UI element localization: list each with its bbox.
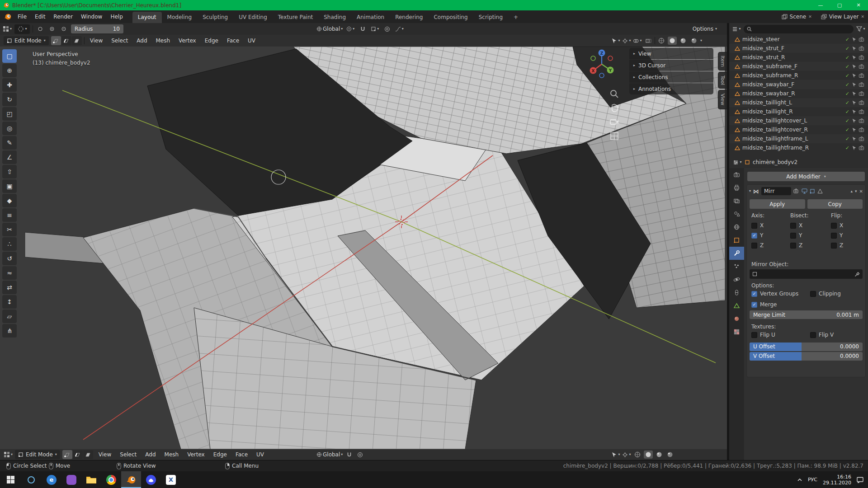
tool-select-box[interactable]: ▢: [2, 49, 17, 63]
tab-item[interactable]: Item: [718, 52, 727, 70]
outliner-row[interactable]: midsize_subframe_R✓: [729, 71, 868, 80]
apply-button[interactable]: Apply: [750, 199, 805, 209]
overlays-dropdown[interactable]: ▾: [633, 36, 642, 45]
clipping-checkbox[interactable]: Clipping: [810, 291, 841, 297]
outliner-row[interactable]: midsize_steer✓: [729, 35, 868, 44]
render-toggle-icon[interactable]: [793, 188, 799, 194]
camera-icon[interactable]: [859, 145, 864, 150]
camera-icon[interactable]: [859, 55, 864, 60]
tab-render[interactable]: [729, 168, 744, 181]
tab-view[interactable]: View: [718, 90, 727, 109]
panel-collections[interactable]: ▸Collections: [629, 71, 713, 83]
edge-select-button[interactable]: [73, 450, 83, 459]
menu-render[interactable]: Render: [49, 10, 77, 23]
object-visibility-dropdown[interactable]: ▾: [611, 36, 620, 45]
viewport-menu-mesh[interactable]: Mesh: [161, 451, 182, 458]
bisect-x-checkbox[interactable]: X: [790, 222, 802, 229]
selectable-icon[interactable]: [852, 145, 857, 150]
outliner-row[interactable]: midsize_taillight_R✓: [729, 107, 868, 116]
view-layer-unlink-icon[interactable]: ✕: [861, 14, 864, 19]
tab-object[interactable]: [729, 234, 744, 247]
selectable-icon[interactable]: [852, 46, 857, 51]
camera-icon[interactable]: [859, 46, 864, 51]
viewport-menu-add[interactable]: Add: [133, 38, 150, 44]
merge-limit-field[interactable]: Merge Limit 0.001 m: [750, 310, 863, 319]
active-tool-button[interactable]: ▾: [14, 24, 30, 34]
tab-material[interactable]: [729, 312, 744, 325]
tool-inset-faces[interactable]: ▣: [2, 179, 17, 193]
taskbar-app-explorer[interactable]: [81, 471, 101, 488]
gizmos-dropdown[interactable]: ▾: [622, 450, 631, 459]
tool-loop-cut[interactable]: ≡: [2, 208, 17, 222]
vertex-select-button[interactable]: [51, 36, 61, 45]
checkmark-icon[interactable]: ✓: [845, 136, 849, 142]
viewport-menu-face[interactable]: Face: [232, 451, 251, 458]
search-input[interactable]: [754, 26, 850, 32]
panel-3d-cursor[interactable]: ▸3D Cursor: [629, 60, 713, 71]
tool-move[interactable]: ✚: [2, 78, 17, 92]
proportional-falloff-dropdown[interactable]: ▾: [395, 24, 404, 33]
shading-solid-button[interactable]: [644, 450, 653, 459]
outliner-row[interactable]: midsize_subframe_F✓: [729, 62, 868, 71]
tool-extrude-region[interactable]: ⇧: [2, 165, 17, 178]
editor-type-icon[interactable]: ▾: [733, 158, 742, 167]
shading-options-dropdown[interactable]: ▾: [700, 39, 702, 42]
u-offset-slider[interactable]: U Offset 0.0000: [750, 343, 863, 351]
checkmark-icon[interactable]: ✓: [845, 145, 849, 151]
tool-poly-build[interactable]: ∴: [2, 237, 17, 251]
tool-cursor[interactable]: ⊕: [2, 64, 17, 77]
viewport-menu-mesh[interactable]: Mesh: [153, 38, 174, 44]
taskbar-app-edge[interactable]: e: [42, 471, 61, 488]
editor-type-icon[interactable]: ▾: [4, 450, 13, 459]
copy-button[interactable]: Copy: [807, 199, 863, 209]
expand-icon[interactable]: ▾: [749, 189, 751, 193]
orientation-dropdown[interactable]: Global ▾: [316, 24, 343, 33]
xray-toggle[interactable]: [644, 36, 653, 45]
camera-icon[interactable]: [859, 73, 864, 78]
camera-icon[interactable]: [859, 118, 864, 123]
scene-unlink-icon[interactable]: ✕: [808, 14, 812, 19]
tool-bevel[interactable]: ◆: [2, 194, 17, 207]
tool-measure[interactable]: ∠: [2, 150, 17, 164]
axis-z-checkbox[interactable]: Z: [751, 242, 764, 249]
tool-edge-slide[interactable]: ⇄: [2, 281, 17, 294]
camera-icon[interactable]: [859, 109, 864, 114]
blender-logo-icon[interactable]: [4, 13, 12, 21]
outliner-row[interactable]: midsize_taillightframe_L✓: [729, 134, 868, 143]
view-layer-selector[interactable]: View Layer: [829, 14, 859, 20]
clock[interactable]: 16:16 29.11.2020: [823, 474, 851, 486]
viewport-menu-edge[interactable]: Edge: [202, 38, 222, 44]
gizmos-dropdown[interactable]: ▾: [622, 36, 631, 45]
tab-object-data[interactable]: [729, 299, 744, 312]
checkmark-icon[interactable]: ✓: [845, 73, 849, 79]
editmode-toggle-icon[interactable]: [810, 188, 815, 194]
snap-target-dropdown[interactable]: ▾: [370, 24, 379, 33]
object-visibility-dropdown[interactable]: ▾: [611, 450, 620, 459]
workspace-tab-sculpting[interactable]: Sculpting: [197, 12, 233, 23]
filter-funnel-icon[interactable]: ▾: [856, 24, 865, 33]
snap-magnet-icon[interactable]: [344, 450, 354, 459]
viewport-menu-vertex[interactable]: Vertex: [184, 451, 208, 458]
outliner-row[interactable]: midsize_taillightframe_R✓: [729, 143, 868, 152]
ortho-grid-icon[interactable]: [609, 131, 619, 141]
selectable-icon[interactable]: [852, 136, 857, 141]
viewport-menu-face[interactable]: Face: [224, 38, 242, 44]
bisect-z-checkbox[interactable]: Z: [790, 242, 802, 249]
checkmark-icon[interactable]: ✓: [845, 55, 849, 61]
selectable-icon[interactable]: [852, 64, 857, 69]
search-button[interactable]: [21, 471, 42, 488]
checkmark-icon[interactable]: ✓: [845, 100, 849, 106]
selectable-icon[interactable]: [852, 91, 857, 96]
camera-icon[interactable]: [859, 37, 864, 42]
checkmark-icon[interactable]: ✓: [845, 64, 849, 70]
add-modifier-dropdown[interactable]: Add Modifier ▾: [747, 172, 865, 181]
proportional-editing-icon[interactable]: [382, 24, 392, 33]
viewport-menu-uv[interactable]: UV: [253, 451, 267, 458]
tool-rotate[interactable]: ↻: [2, 93, 17, 106]
flip-v-checkbox[interactable]: Flip V: [810, 332, 834, 338]
selectable-icon[interactable]: [852, 73, 857, 78]
tab-texture[interactable]: [729, 325, 744, 338]
selectable-icon[interactable]: [852, 127, 857, 132]
camera-icon[interactable]: [859, 100, 864, 105]
editor-type-icon[interactable]: ▾: [3, 24, 12, 33]
